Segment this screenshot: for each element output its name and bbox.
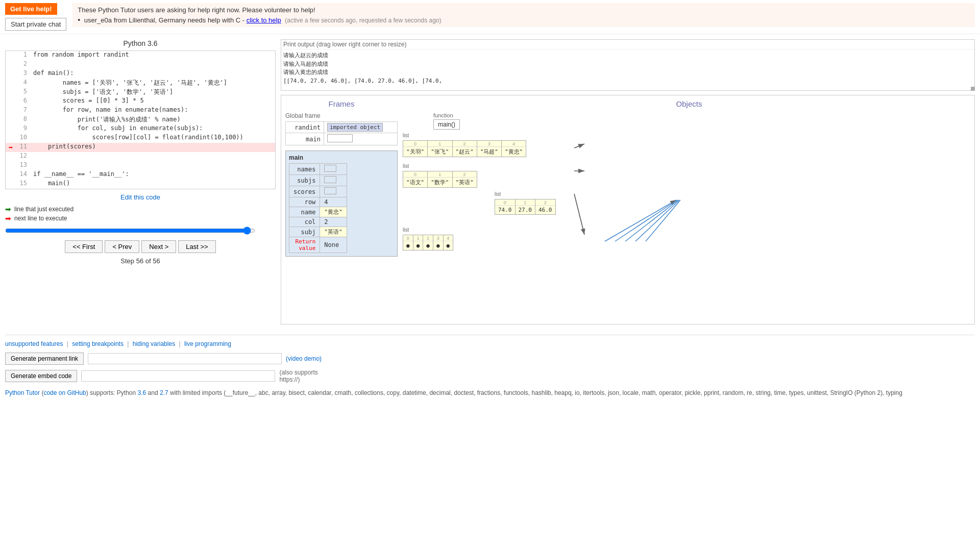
main-frame-title: main [289,154,394,161]
main-frame: main names subjs scores [285,151,398,257]
sep3: | [179,340,182,347]
help-user-text: user_e0a from Lilienthal, Germany needs … [84,16,247,24]
scores-outer-list: 0 ● 1 ● 2 ● [403,235,453,251]
prev-button[interactable]: < Prev [105,240,139,253]
main-row: main [286,133,398,145]
imported-obj: imported object [327,123,383,132]
row-row: row 4 [289,197,347,207]
names-list: 0 "关羽" 1 "张飞" 2 "赵云" [403,140,526,157]
subjs-val [320,175,347,186]
python-title: Python 3.6 [5,39,276,47]
function-box: main() [433,119,460,130]
code-line-4: 4 names = ['关羽', '张飞', '赵云', '马超', '黄忠'] [6,79,275,88]
generate-embed-code-button[interactable]: Generate embed code [5,370,77,382]
slider-row[interactable] [5,227,276,236]
randint-var: randint [286,122,324,133]
click-to-help-link[interactable]: click to help [247,16,281,24]
nav-buttons: << First < Prev Next > Last >> [5,240,276,253]
subjs-list-wrapper: list 0 "语文" 1 "数学" [403,163,477,191]
legend-green-label: line that just executed [14,206,74,213]
generate-section: Generate permanent link (video demo) Gen… [5,353,975,383]
embed-code-input[interactable] [81,370,275,382]
scores-val [320,186,347,197]
code-on-github-link[interactable]: code on GitHub [43,389,86,396]
limited-imports-text: with limited imports (__future__, abc, a… [170,389,902,396]
outer-cell-1: 1 ● [413,235,424,250]
name-val: "黄忠" [320,207,347,217]
legend-red-label: next line to execute [14,215,67,222]
list-cell-3: 3 "马超" [477,141,502,157]
help-banner-text: These Python Tutor users are asking for … [78,6,970,14]
scores-inner-list-wrapper: list 0 74.0 1 27.0 [495,191,556,218]
red-arrow-icon: ➡ [9,143,13,152]
code-line-1: 1 from random import randint [6,51,275,60]
print-output: Print output (drag lower right corner to… [281,39,975,91]
permanent-link-input[interactable] [88,353,282,364]
top-section: Get live help! Start private chat These … [0,0,980,34]
help-user-row: • user_e0a from Lilienthal, Germany need… [78,16,970,24]
code-area: 1 from random import randint 2 3 def mai… [5,51,276,189]
green-arrow-icon: ➡ [5,205,11,213]
permanent-link-row: Generate permanent link (video demo) [5,353,975,365]
code-line-9: 9 for col, subj in enumerate(subjs): [6,124,275,134]
scores-inner-list: 0 74.0 1 27.0 2 46.0 [495,199,556,215]
edit-link-section: Edit this code [5,193,276,201]
frames-area: Global frame randint imported object mai… [285,112,398,257]
python-tutor-link[interactable]: Python Tutor [5,389,40,396]
generate-permanent-link-button[interactable]: Generate permanent link [5,353,84,365]
py27-link[interactable]: 2.7 [160,389,168,396]
names-list-label: list [403,133,526,138]
subjs-var: subjs [289,175,320,186]
py36-link[interactable]: 3.6 [138,389,146,396]
col-row: col 2 [289,217,347,227]
left-panel: Python 3.6 1 from random import randint … [5,39,276,324]
legend-red: ➡ next line to execute [5,214,276,222]
svg-line-8 [646,200,680,241]
col-headers: Frames Objects [285,99,970,108]
scores-inner-cells: 0 74.0 1 27.0 2 46.0 [495,199,555,214]
name-var: name [289,207,320,217]
code-line-7: 7 for row, name in enumerate(names): [6,106,275,115]
svg-line-6 [625,200,678,241]
main-frame-table: names subjs scores [289,163,347,253]
print-resize-handle[interactable] [971,87,975,91]
bullet: • [78,16,80,24]
embed-code-row: Generate embed code (also supportshttps:… [5,369,975,383]
viz-area: Frames Objects Global frame randint impo… [281,95,975,324]
subjs-row: subjs [289,175,347,186]
hiding-variables-link[interactable]: hiding variables [133,340,175,347]
outer-cell-3: 3 ● [433,235,444,250]
return-row: Returnvalue None [289,237,347,253]
first-button[interactable]: << First [65,240,103,253]
list-cell-2: 2 "赵云" [453,141,477,157]
next-button[interactable]: Next > [141,240,176,253]
unsupported-features-link[interactable]: unsupported features [5,340,63,347]
edit-this-code-link[interactable]: Edit this code [120,193,160,201]
scores-row: scores [289,186,347,197]
last-button[interactable]: Last >> [178,240,215,253]
get-live-help-button[interactable]: Get live help! [5,3,57,15]
name-row: name "黄忠" [289,207,347,217]
legend-green: ➡ line that just executed [5,205,276,213]
live-programming-link[interactable]: live programming [184,340,231,347]
footer-text: Python Tutor (code on GitHub) supports: … [5,388,975,398]
sep2: | [127,340,130,347]
scores-outer-list-wrapper: list 0 ● 1 ● [403,227,453,254]
randint-val: imported object [324,122,397,133]
names-list-wrapper: list 0 "关羽" 1 "张飞" [403,133,526,160]
video-demo-link[interactable]: (video demo) [286,355,322,362]
start-private-chat-button[interactable]: Start private chat [5,18,66,31]
objects-area: function main() list 0 "关羽" [403,112,970,257]
setting-breakpoints-link[interactable]: setting breakpoints [72,340,124,347]
code-line-12: 12 [6,152,275,161]
main-content: Python 3.6 1 from random import randint … [0,34,980,330]
subjs-list-label: list [403,163,477,169]
step-info: Step 56 of 56 [5,257,276,265]
scores-var: scores [289,186,320,197]
global-frame: Global frame randint imported object mai… [285,112,398,145]
frames-objects-area: Global frame randint imported object mai… [285,112,970,257]
names-var: names [289,164,320,175]
code-line-11: ➡ 11 print(scores) [6,143,275,152]
step-slider[interactable] [5,227,255,235]
subjs-list-cells: 0 "语文" 1 "数学" 2 "英语" [403,171,477,187]
